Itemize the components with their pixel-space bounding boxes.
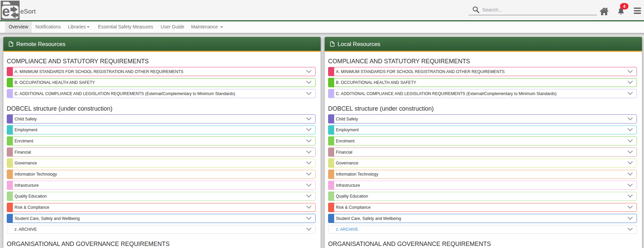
- svg-text:e: e: [2, 3, 10, 19]
